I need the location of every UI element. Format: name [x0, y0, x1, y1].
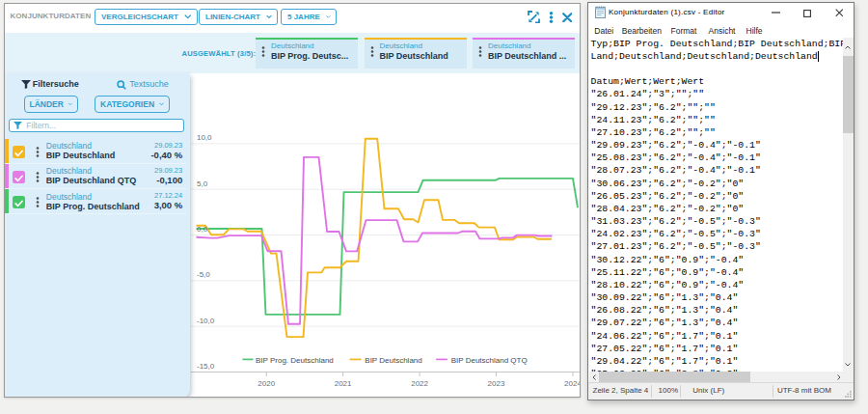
svg-text:2020: 2020 — [258, 379, 275, 388]
svg-text:2023: 2023 — [487, 379, 504, 388]
svg-text:2021: 2021 — [334, 379, 351, 388]
svg-text:-5,0: -5,0 — [197, 270, 210, 279]
svg-text:BIP Deutschland: BIP Deutschland — [365, 356, 421, 365]
svg-text:2022: 2022 — [411, 379, 428, 388]
svg-text:10,0: 10,0 — [197, 133, 212, 142]
svg-text:5,0: 5,0 — [197, 179, 208, 188]
svg-text:2024: 2024 — [564, 379, 581, 388]
svg-text:-10,0: -10,0 — [197, 317, 215, 325]
svg-text:0,0: 0,0 — [197, 225, 208, 234]
svg-text:BIP Prog. Deutschland: BIP Prog. Deutschland — [256, 356, 334, 365]
svg-text:BIP Deutschland QTQ: BIP Deutschland QTQ — [450, 356, 527, 365]
svg-text:-15,0: -15,0 — [197, 362, 215, 371]
